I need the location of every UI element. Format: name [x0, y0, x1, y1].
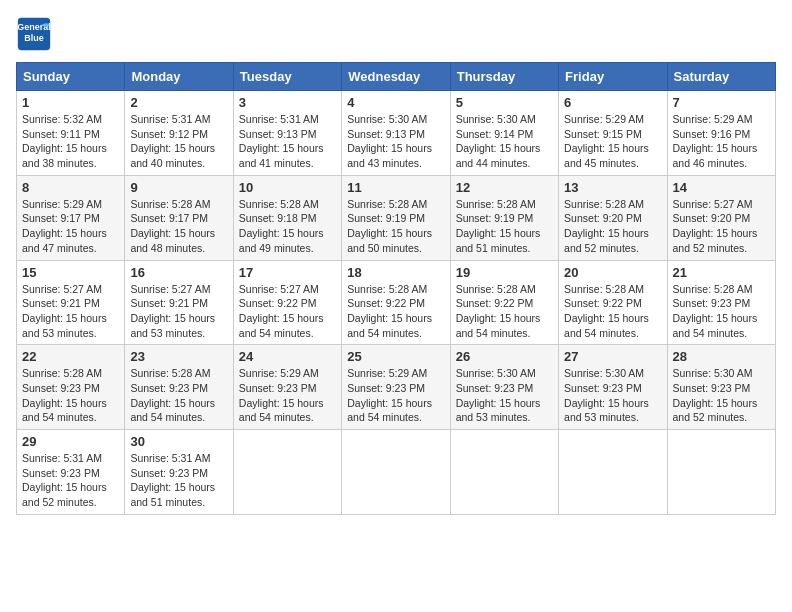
day-info: Sunrise: 5:28 AM Sunset: 9:18 PM Dayligh…	[239, 197, 336, 256]
day-info: Sunrise: 5:29 AM Sunset: 9:23 PM Dayligh…	[239, 366, 336, 425]
day-info: Sunrise: 5:31 AM Sunset: 9:12 PM Dayligh…	[130, 112, 227, 171]
day-number: 3	[239, 95, 336, 110]
weekday-header-tuesday: Tuesday	[233, 63, 341, 91]
calendar-cell: 14 Sunrise: 5:27 AM Sunset: 9:20 PM Dayl…	[667, 175, 775, 260]
calendar-cell: 23 Sunrise: 5:28 AM Sunset: 9:23 PM Dayl…	[125, 345, 233, 430]
logo-icon: General Blue	[16, 16, 52, 52]
day-number: 20	[564, 265, 661, 280]
weekday-header-sunday: Sunday	[17, 63, 125, 91]
day-info: Sunrise: 5:29 AM Sunset: 9:16 PM Dayligh…	[673, 112, 770, 171]
day-info: Sunrise: 5:28 AM Sunset: 9:23 PM Dayligh…	[130, 366, 227, 425]
day-number: 8	[22, 180, 119, 195]
calendar-cell: 21 Sunrise: 5:28 AM Sunset: 9:23 PM Dayl…	[667, 260, 775, 345]
calendar-cell: 9 Sunrise: 5:28 AM Sunset: 9:17 PM Dayli…	[125, 175, 233, 260]
day-info: Sunrise: 5:28 AM Sunset: 9:22 PM Dayligh…	[347, 282, 444, 341]
logo: General Blue	[16, 16, 56, 52]
calendar-cell: 1 Sunrise: 5:32 AM Sunset: 9:11 PM Dayli…	[17, 91, 125, 176]
header: General Blue	[16, 16, 776, 52]
day-number: 27	[564, 349, 661, 364]
weekday-header-wednesday: Wednesday	[342, 63, 450, 91]
day-number: 18	[347, 265, 444, 280]
day-number: 5	[456, 95, 553, 110]
day-info: Sunrise: 5:30 AM Sunset: 9:23 PM Dayligh…	[564, 366, 661, 425]
calendar-cell: 29 Sunrise: 5:31 AM Sunset: 9:23 PM Dayl…	[17, 430, 125, 515]
weekday-header-friday: Friday	[559, 63, 667, 91]
day-number: 12	[456, 180, 553, 195]
week-row-3: 15 Sunrise: 5:27 AM Sunset: 9:21 PM Dayl…	[17, 260, 776, 345]
day-number: 17	[239, 265, 336, 280]
weekday-header-thursday: Thursday	[450, 63, 558, 91]
day-info: Sunrise: 5:27 AM Sunset: 9:22 PM Dayligh…	[239, 282, 336, 341]
day-number: 19	[456, 265, 553, 280]
day-info: Sunrise: 5:27 AM Sunset: 9:21 PM Dayligh…	[130, 282, 227, 341]
day-number: 28	[673, 349, 770, 364]
day-info: Sunrise: 5:28 AM Sunset: 9:20 PM Dayligh…	[564, 197, 661, 256]
calendar-cell: 18 Sunrise: 5:28 AM Sunset: 9:22 PM Dayl…	[342, 260, 450, 345]
calendar-cell: 4 Sunrise: 5:30 AM Sunset: 9:13 PM Dayli…	[342, 91, 450, 176]
calendar-cell	[342, 430, 450, 515]
calendar-cell: 3 Sunrise: 5:31 AM Sunset: 9:13 PM Dayli…	[233, 91, 341, 176]
day-number: 29	[22, 434, 119, 449]
day-number: 30	[130, 434, 227, 449]
day-number: 6	[564, 95, 661, 110]
day-number: 9	[130, 180, 227, 195]
day-number: 11	[347, 180, 444, 195]
day-number: 22	[22, 349, 119, 364]
day-info: Sunrise: 5:30 AM Sunset: 9:23 PM Dayligh…	[456, 366, 553, 425]
week-row-2: 8 Sunrise: 5:29 AM Sunset: 9:17 PM Dayli…	[17, 175, 776, 260]
day-info: Sunrise: 5:32 AM Sunset: 9:11 PM Dayligh…	[22, 112, 119, 171]
day-info: Sunrise: 5:27 AM Sunset: 9:20 PM Dayligh…	[673, 197, 770, 256]
day-info: Sunrise: 5:28 AM Sunset: 9:23 PM Dayligh…	[22, 366, 119, 425]
weekday-header-saturday: Saturday	[667, 63, 775, 91]
calendar-cell: 12 Sunrise: 5:28 AM Sunset: 9:19 PM Dayl…	[450, 175, 558, 260]
calendar-table: SundayMondayTuesdayWednesdayThursdayFrid…	[16, 62, 776, 515]
day-info: Sunrise: 5:31 AM Sunset: 9:23 PM Dayligh…	[22, 451, 119, 510]
calendar-cell: 24 Sunrise: 5:29 AM Sunset: 9:23 PM Dayl…	[233, 345, 341, 430]
day-number: 24	[239, 349, 336, 364]
calendar-cell	[450, 430, 558, 515]
day-number: 16	[130, 265, 227, 280]
day-info: Sunrise: 5:31 AM Sunset: 9:13 PM Dayligh…	[239, 112, 336, 171]
calendar-cell: 26 Sunrise: 5:30 AM Sunset: 9:23 PM Dayl…	[450, 345, 558, 430]
day-number: 26	[456, 349, 553, 364]
day-number: 25	[347, 349, 444, 364]
svg-text:Blue: Blue	[24, 33, 44, 43]
day-info: Sunrise: 5:30 AM Sunset: 9:13 PM Dayligh…	[347, 112, 444, 171]
day-info: Sunrise: 5:28 AM Sunset: 9:17 PM Dayligh…	[130, 197, 227, 256]
calendar-cell: 16 Sunrise: 5:27 AM Sunset: 9:21 PM Dayl…	[125, 260, 233, 345]
calendar-cell: 7 Sunrise: 5:29 AM Sunset: 9:16 PM Dayli…	[667, 91, 775, 176]
day-info: Sunrise: 5:28 AM Sunset: 9:19 PM Dayligh…	[347, 197, 444, 256]
calendar-cell	[559, 430, 667, 515]
calendar-cell: 22 Sunrise: 5:28 AM Sunset: 9:23 PM Dayl…	[17, 345, 125, 430]
calendar-cell: 19 Sunrise: 5:28 AM Sunset: 9:22 PM Dayl…	[450, 260, 558, 345]
day-info: Sunrise: 5:28 AM Sunset: 9:19 PM Dayligh…	[456, 197, 553, 256]
calendar-cell: 2 Sunrise: 5:31 AM Sunset: 9:12 PM Dayli…	[125, 91, 233, 176]
day-number: 23	[130, 349, 227, 364]
weekday-header-row: SundayMondayTuesdayWednesdayThursdayFrid…	[17, 63, 776, 91]
day-number: 15	[22, 265, 119, 280]
calendar-cell	[667, 430, 775, 515]
calendar-cell	[233, 430, 341, 515]
day-info: Sunrise: 5:30 AM Sunset: 9:23 PM Dayligh…	[673, 366, 770, 425]
day-info: Sunrise: 5:30 AM Sunset: 9:14 PM Dayligh…	[456, 112, 553, 171]
weekday-header-monday: Monday	[125, 63, 233, 91]
day-info: Sunrise: 5:28 AM Sunset: 9:22 PM Dayligh…	[456, 282, 553, 341]
calendar-cell: 25 Sunrise: 5:29 AM Sunset: 9:23 PM Dayl…	[342, 345, 450, 430]
day-info: Sunrise: 5:28 AM Sunset: 9:22 PM Dayligh…	[564, 282, 661, 341]
week-row-4: 22 Sunrise: 5:28 AM Sunset: 9:23 PM Dayl…	[17, 345, 776, 430]
week-row-1: 1 Sunrise: 5:32 AM Sunset: 9:11 PM Dayli…	[17, 91, 776, 176]
calendar-cell: 17 Sunrise: 5:27 AM Sunset: 9:22 PM Dayl…	[233, 260, 341, 345]
calendar-cell: 11 Sunrise: 5:28 AM Sunset: 9:19 PM Dayl…	[342, 175, 450, 260]
day-number: 21	[673, 265, 770, 280]
day-number: 14	[673, 180, 770, 195]
calendar-cell: 13 Sunrise: 5:28 AM Sunset: 9:20 PM Dayl…	[559, 175, 667, 260]
calendar-cell: 10 Sunrise: 5:28 AM Sunset: 9:18 PM Dayl…	[233, 175, 341, 260]
week-row-5: 29 Sunrise: 5:31 AM Sunset: 9:23 PM Dayl…	[17, 430, 776, 515]
day-info: Sunrise: 5:31 AM Sunset: 9:23 PM Dayligh…	[130, 451, 227, 510]
day-info: Sunrise: 5:28 AM Sunset: 9:23 PM Dayligh…	[673, 282, 770, 341]
calendar-cell: 27 Sunrise: 5:30 AM Sunset: 9:23 PM Dayl…	[559, 345, 667, 430]
day-info: Sunrise: 5:29 AM Sunset: 9:17 PM Dayligh…	[22, 197, 119, 256]
day-number: 1	[22, 95, 119, 110]
calendar-cell: 6 Sunrise: 5:29 AM Sunset: 9:15 PM Dayli…	[559, 91, 667, 176]
calendar-cell: 8 Sunrise: 5:29 AM Sunset: 9:17 PM Dayli…	[17, 175, 125, 260]
